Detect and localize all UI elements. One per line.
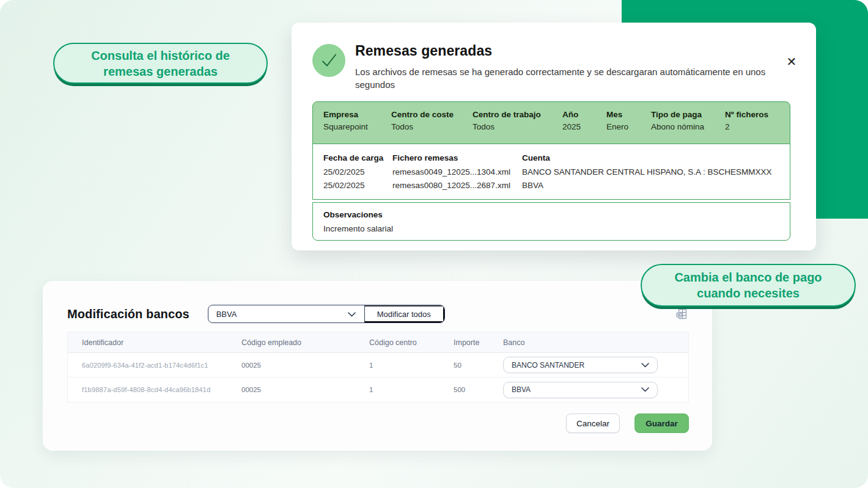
- row-center-code: 1: [369, 386, 454, 393]
- excel-export-icon[interactable]: [675, 307, 689, 321]
- summary-col-tipo-paga: Tipo de paga Abono nómina: [651, 110, 725, 144]
- modal-title: Remesas generadas: [355, 43, 783, 59]
- table-row: f1b9887a-d59f-4808-8cd4-d4ca96b1841d 000…: [68, 377, 688, 402]
- chevron-down-icon: [641, 385, 649, 394]
- callout-line: Consulta el histórico de: [91, 48, 230, 64]
- modal-header: Remesas generadas Los archivos de remesa…: [312, 44, 790, 91]
- row-bank-select[interactable]: BBVA: [503, 382, 658, 398]
- file-row: 25/02/2025 remesas0049_12025...1304.xml …: [323, 166, 790, 179]
- row-center-code: 1: [369, 362, 454, 369]
- file-date: 25/02/2025: [323, 179, 392, 192]
- bank-bulk-control: BBVA Modificar todos: [208, 305, 445, 323]
- banks-table-header: Identificador Código empleado Código cen…: [68, 332, 688, 353]
- panel-title: Modificación bancos: [67, 307, 189, 321]
- row-bank-value: BBVA: [512, 385, 531, 394]
- table-row: 6a0209f9-634a-41f2-acd1-b174c4d6f1c1 000…: [68, 353, 688, 377]
- close-icon[interactable]: ✕: [784, 54, 799, 69]
- summary-col-empresa: Empresa Squarepoint: [323, 110, 391, 144]
- page-background: Consulta el histórico de remesas generad…: [0, 0, 868, 488]
- observations-label: Observaciones: [323, 210, 779, 219]
- summary-col-num-ficheros: Nº ficheros 2: [725, 110, 790, 144]
- modificacion-bancos-panel: Modificación bancos BBVA Modificar todos: [43, 281, 712, 451]
- row-amount: 50: [454, 362, 503, 369]
- row-amount: 500: [454, 386, 503, 393]
- file-date: 25/02/2025: [323, 166, 392, 179]
- row-employee-code: 00025: [241, 362, 369, 369]
- callout-line: remesas generadas: [103, 64, 218, 79]
- summary-col-centro-coste: Centro de coste Todos: [391, 110, 473, 144]
- remesas-summary-table: Empresa Squarepoint Centro de coste Todo…: [312, 101, 790, 241]
- row-employee-code: 00025: [241, 386, 369, 393]
- panel-footer: Cancelar Guardar: [67, 413, 689, 433]
- file-row: 25/02/2025 remesas0080_12025...2687.xml …: [323, 179, 790, 192]
- callout-line: Cambia el banco de pago: [674, 269, 822, 285]
- row-bank-value: BANCO SANTANDER: [512, 361, 584, 370]
- file-account: BANCO SANTANDER CENTRAL HISPANO, S.A : B…: [522, 166, 790, 179]
- observations-value: Incremento salarial: [323, 224, 779, 233]
- chevron-down-icon: [348, 310, 356, 319]
- bank-select[interactable]: BBVA: [208, 305, 364, 322]
- banks-table: Identificador Código empleado Código cen…: [67, 332, 689, 402]
- summary-col-mes: Mes Enero: [606, 110, 651, 144]
- success-check-icon: [312, 44, 345, 77]
- summary-col-ano: Año 2025: [562, 110, 606, 144]
- modal-description: Los archivos de remesas se ha generado c…: [355, 65, 783, 91]
- cancel-button[interactable]: Cancelar: [566, 413, 620, 433]
- callout-cambia-banco: Cambia el banco de pago cuando necesites: [641, 264, 856, 307]
- files-header-row: Fecha de carga Fichero remesas Cuenta: [323, 151, 790, 165]
- chevron-down-icon: [641, 361, 649, 370]
- modify-all-button[interactable]: Modificar todos: [364, 305, 444, 322]
- row-identifier: f1b9887a-d59f-4808-8cd4-d4ca96b1841d: [68, 386, 241, 393]
- callout-historico-remesas: Consulta el histórico de remesas generad…: [53, 43, 268, 84]
- file-name: remesas0049_12025...1304.xml: [392, 166, 522, 179]
- row-bank-select[interactable]: BANCO SANTANDER: [503, 357, 658, 373]
- bank-select-value: BBVA: [216, 310, 237, 319]
- summary-header-row: Empresa Squarepoint Centro de coste Todo…: [312, 101, 790, 144]
- file-account: BBVA: [522, 179, 790, 192]
- callout-line: cuando necesites: [697, 285, 800, 301]
- modal-header-text: Remesas generadas Los archivos de remesa…: [355, 44, 783, 91]
- file-name: remesas0080_12025...2687.xml: [392, 179, 522, 192]
- observations-section: Observaciones Incremento salarial: [312, 202, 790, 241]
- files-section: Fecha de carga Fichero remesas Cuenta 25…: [312, 144, 790, 200]
- row-identifier: 6a0209f9-634a-41f2-acd1-b174c4d6f1c1: [68, 362, 241, 369]
- remesas-generadas-dialog: ✕ Remesas generadas Los archivos de reme…: [292, 23, 816, 250]
- save-button[interactable]: Guardar: [634, 413, 689, 433]
- panel-header: Modificación bancos BBVA Modificar todos: [67, 304, 689, 324]
- summary-col-centro-trabajo: Centro de trabajo Todos: [473, 110, 562, 144]
